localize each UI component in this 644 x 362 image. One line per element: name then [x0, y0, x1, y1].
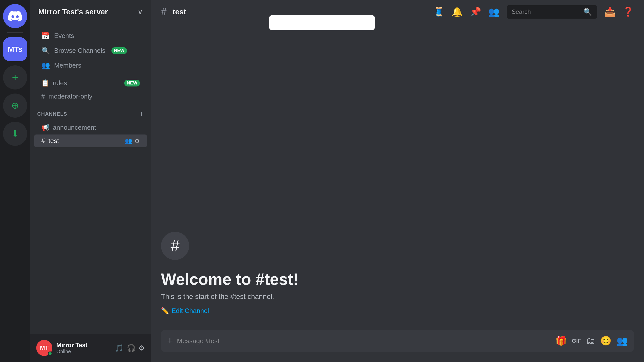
server-icon-mirror-test[interactable]: MTs	[3, 37, 27, 61]
channel-moderator-only-label: moderator-only	[48, 93, 140, 100]
channel-test-label: test	[48, 137, 121, 145]
emoji-picker-button[interactable]: 😊	[600, 336, 612, 346]
gift-icon[interactable]: 🎁	[555, 336, 567, 346]
channel-item-announcement[interactable]: 📢 announcement	[34, 121, 147, 134]
user-controls: 🎵 🎧 ⚙	[115, 344, 145, 352]
server-header-chevron-icon: ∨	[138, 8, 143, 16]
notifications-icon[interactable]: 🔔	[452, 7, 463, 17]
channel-list: 📅 Events 🔍 Browse Channels NEW 👥 Members…	[30, 24, 151, 334]
server-header[interactable]: Mirror Test's server ∨	[30, 0, 151, 24]
message-attach-button[interactable]: +	[167, 335, 173, 347]
channel-name-title: test	[173, 8, 186, 16]
mute-button[interactable]: 🎵	[115, 344, 124, 352]
search-icon: 🔍	[583, 8, 592, 16]
server-name: Mirror Test's server	[38, 8, 108, 16]
channels-section-header[interactable]: CHANNELS +	[30, 103, 151, 121]
channel-test-settings-icon[interactable]: ⚙	[134, 138, 140, 145]
channel-item-test[interactable]: # test 👥 ⚙	[34, 134, 147, 147]
sidebar-item-members-label: Members	[54, 62, 81, 69]
main-content: # test 🧵 🔔 📌 👥 Search 🔍 📥 ❓ # Welcome to…	[151, 0, 644, 362]
events-icon: 📅	[41, 32, 50, 40]
sidebar-item-events-label: Events	[54, 32, 74, 40]
sticker-icon[interactable]: 🗂	[586, 336, 595, 346]
edit-icon: ✏️	[161, 307, 169, 315]
message-area: # Welcome to #test! This is the start of…	[151, 24, 644, 330]
user-area: MT Mirror Test Online 🎵 🎧 ⚙	[30, 334, 151, 362]
inbox-icon[interactable]: 📥	[604, 7, 616, 17]
channel-test-members-icon[interactable]: 👥	[125, 138, 132, 145]
sidebar-item-members[interactable]: 👥 Members	[34, 58, 147, 73]
server-rail-divider	[7, 32, 23, 33]
channel-hash-icon: #	[161, 6, 167, 18]
user-settings-button[interactable]: ⚙	[139, 344, 145, 352]
rules-icon: 📋	[41, 79, 49, 87]
message-input-actions: 🎁 GIF 🗂 😊 👥	[555, 336, 628, 346]
announcement-icon: 📢	[41, 124, 49, 131]
edit-channel-link[interactable]: ✏️ Edit Channel	[161, 307, 209, 315]
top-bar-actions: 🧵 🔔 📌 👥 Search 🔍 📥 ❓	[433, 5, 634, 19]
channel-announcement-label: announcement	[53, 124, 140, 131]
message-input-bar: + 🎁 GIF 🗂 😊 👥	[161, 330, 634, 352]
user-info: Mirror Test Online	[56, 342, 111, 354]
server-rail: MTs + ⊕ ⬇	[0, 0, 30, 362]
sidebar-item-browse-channels-label: Browse Channels	[54, 47, 105, 55]
user-status-text: Online	[56, 349, 111, 354]
sidebar-item-browse-channels[interactable]: 🔍 Browse Channels NEW	[34, 43, 147, 58]
download-apps-button[interactable]: ⬇	[3, 122, 27, 146]
sidebar-item-events[interactable]: 📅 Events	[34, 29, 147, 43]
username: Mirror Test	[56, 342, 111, 349]
moderator-only-icon: #	[41, 93, 45, 100]
discord-home-button[interactable]	[3, 4, 27, 28]
test-channel-hash-icon: #	[41, 137, 45, 145]
channel-item-rules[interactable]: 📋 rules NEW	[34, 77, 147, 89]
avatar[interactable]: MT	[36, 340, 52, 356]
explore-servers-button[interactable]: ⊕	[3, 94, 27, 118]
add-server-button[interactable]: +	[3, 65, 27, 89]
message-input-field[interactable]	[177, 337, 551, 345]
search-bar-placeholder: Search	[512, 8, 580, 15]
members-panel-icon[interactable]: 👥	[617, 336, 628, 346]
channel-item-moderator-only[interactable]: # moderator-only	[34, 90, 147, 103]
search-bar[interactable]: Search 🔍	[507, 5, 597, 19]
browse-channels-icon: 🔍	[41, 47, 50, 55]
channels-section-title: CHANNELS	[37, 111, 67, 117]
welcome-section: # Welcome to #test! This is the start of…	[161, 222, 634, 320]
add-channel-button[interactable]: +	[139, 109, 144, 119]
members-icon: 👥	[41, 61, 50, 70]
message-input-area: + 🎁 GIF 🗂 😊 👥	[151, 330, 644, 362]
channel-test-actions: 👥 ⚙	[125, 138, 140, 145]
pinned-messages-icon[interactable]: 📌	[470, 7, 481, 17]
channel-sidebar: Mirror Test's server ∨ 📅 Events 🔍 Browse…	[30, 0, 151, 362]
welcome-channel-icon: #	[161, 232, 189, 260]
threads-icon[interactable]: 🧵	[433, 7, 445, 17]
top-bar: # test 🧵 🔔 📌 👥 Search 🔍 📥 ❓	[151, 0, 644, 24]
browse-channels-new-badge: NEW	[111, 47, 127, 54]
top-popup	[269, 15, 375, 30]
welcome-title: Welcome to #test!	[161, 270, 634, 289]
online-status-indicator	[48, 351, 52, 356]
channel-rules-label: rules	[53, 79, 119, 87]
deafen-button[interactable]: 🎧	[127, 344, 136, 352]
help-icon[interactable]: ❓	[623, 7, 634, 17]
gif-button[interactable]: GIF	[572, 338, 581, 344]
member-list-icon[interactable]: 👥	[488, 7, 500, 17]
rules-new-badge: NEW	[124, 80, 140, 86]
welcome-description: This is the start of the #test channel.	[161, 293, 634, 301]
